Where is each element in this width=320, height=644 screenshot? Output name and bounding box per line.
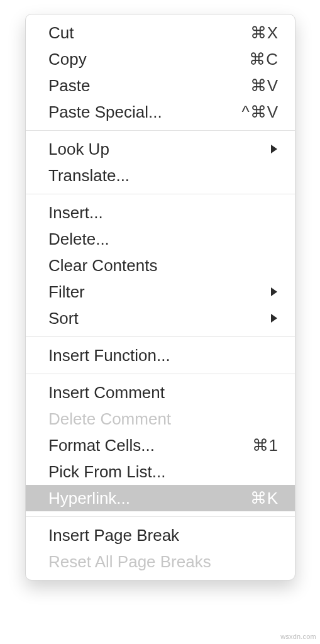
menu-item-label: Insert Comment [48,384,279,401]
menu-item-shortcut: ⌘V [250,77,279,94]
menu-item-shortcut: ⌘1 [252,437,279,453]
menu-item-pick-from-list[interactable]: Pick From List... [26,458,295,485]
menu-item-label: Delete... [48,231,279,247]
menu-item-label: Delete Comment [48,411,279,427]
menu-separator [26,194,295,194]
menu-item-look-up[interactable]: Look Up [26,136,295,162]
menu-separator [26,336,295,337]
menu-item-delete[interactable]: Delete... [26,226,295,252]
menu-item-copy[interactable]: Copy⌘C [26,46,295,72]
menu-separator [26,130,295,131]
menu-item-sort[interactable]: Sort [26,305,295,331]
menu-item-cut[interactable]: Cut⌘X [26,19,295,46]
menu-item-clear-contents[interactable]: Clear Contents [26,252,295,279]
menu-item-translate[interactable]: Translate... [26,162,295,189]
menu-item-shortcut: ⌘C [249,51,279,67]
watermark-text: wsxdn.com [280,633,316,640]
menu-item-delete-comment: Delete Comment [26,406,295,432]
menu-separator [26,516,295,517]
menu-item-insert-function[interactable]: Insert Function... [26,342,295,369]
submenu-arrow-icon [270,313,279,323]
menu-item-format-cells[interactable]: Format Cells...⌘1 [26,432,295,458]
menu-item-shortcut: ⌘X [250,25,279,41]
svg-marker-0 [271,145,277,153]
menu-item-paste-special[interactable]: Paste Special...^⌘V [26,99,295,125]
menu-item-label: Translate... [48,167,279,184]
svg-marker-1 [271,287,277,296]
menu-item-label: Cut [48,25,250,41]
menu-item-label: Filter [48,284,265,300]
menu-item-label: Format Cells... [48,437,252,453]
menu-item-label: Paste [48,77,250,94]
menu-item-label: Reset All Page Breaks [48,553,279,570]
svg-marker-2 [271,314,277,323]
menu-item-insert[interactable]: Insert... [26,199,295,226]
menu-item-label: Clear Contents [48,257,279,274]
menu-separator [26,374,295,374]
submenu-arrow-icon [270,287,279,297]
menu-item-hyperlink[interactable]: Hyperlink...⌘K [26,485,295,511]
menu-item-label: Insert... [48,204,279,221]
menu-item-shortcut: ^⌘V [241,104,279,120]
menu-item-label: Hyperlink... [48,490,250,506]
menu-item-paste[interactable]: Paste⌘V [26,72,295,99]
menu-item-label: Insert Page Break [48,527,279,543]
menu-item-label: Look Up [48,141,265,157]
menu-item-label: Insert Function... [48,347,279,364]
submenu-arrow-icon [270,144,279,154]
menu-item-label: Copy [48,51,249,67]
menu-item-reset-all-page-breaks: Reset All Page Breaks [26,548,295,575]
menu-item-label: Paste Special... [48,104,241,120]
menu-item-label: Sort [48,310,265,326]
context-menu: Cut⌘XCopy⌘CPaste⌘VPaste Special...^⌘VLoo… [25,14,295,580]
menu-item-insert-page-break[interactable]: Insert Page Break [26,522,295,548]
menu-item-filter[interactable]: Filter [26,279,295,305]
menu-item-insert-comment[interactable]: Insert Comment [26,379,295,406]
menu-item-shortcut: ⌘K [250,490,279,506]
menu-item-label: Pick From List... [48,464,279,480]
